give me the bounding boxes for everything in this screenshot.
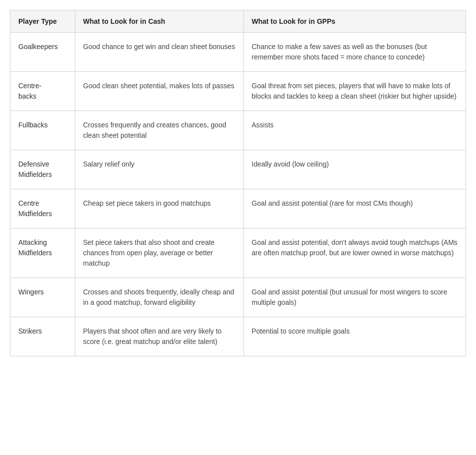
table-row: StrikersPlayers that shoot often and are… (10, 317, 466, 356)
cell-gpp: Goal and assist potential (rare for most… (243, 189, 466, 228)
player-type-table: Player Type What to Look for in Cash Wha… (10, 10, 466, 356)
cell-cash: Crosses and shoots frequently, ideally c… (75, 278, 243, 317)
cell-gpp: Goal and assist potential (but unusual f… (243, 278, 466, 317)
table-row: WingersCrosses and shoots frequently, id… (10, 278, 466, 317)
table-row: Centre-backsGood clean sheet potential, … (10, 72, 466, 111)
cell-cash: Crosses frequently and creates chances, … (75, 111, 243, 150)
cell-gpp: Potential to score multiple goals (243, 317, 466, 356)
cell-player-type: DefensiveMidfielders (10, 150, 75, 189)
col-header-player-type: Player Type (10, 10, 75, 33)
col-header-gpp: What to Look for in GPPs (243, 10, 466, 33)
table-row: GoalkeepersGood chance to get win and cl… (10, 33, 466, 72)
cell-gpp: Assists (243, 111, 466, 150)
cell-player-type: Centre-backs (10, 72, 75, 111)
cell-gpp: Goal and assist potential, don't always … (243, 228, 466, 278)
cell-cash: Good chance to get win and clean sheet b… (75, 33, 243, 72)
table-row: AttackingMidfieldersSet piece takers tha… (10, 228, 466, 278)
cell-player-type: AttackingMidfielders (10, 228, 75, 278)
main-table-container: Player Type What to Look for in Cash Wha… (10, 10, 466, 356)
cell-player-type: Goalkeepers (10, 33, 75, 72)
table-row: FullbacksCrosses frequently and creates … (10, 111, 466, 150)
table-header-row: Player Type What to Look for in Cash Wha… (10, 10, 466, 33)
cell-cash: Players that shoot often and are very li… (75, 317, 243, 356)
cell-cash: Good clean sheet potential, makes lots o… (75, 72, 243, 111)
table-row: DefensiveMidfieldersSalary relief onlyId… (10, 150, 466, 189)
cell-cash: Cheap set piece takers in good matchups (75, 189, 243, 228)
cell-player-type: Wingers (10, 278, 75, 317)
table-row: CentreMidfieldersCheap set piece takers … (10, 189, 466, 228)
cell-player-type: Strikers (10, 317, 75, 356)
cell-gpp: Chance to make a few saves as well as th… (243, 33, 466, 72)
cell-gpp: Goal threat from set pieces, players tha… (243, 72, 466, 111)
col-header-cash: What to Look for in Cash (75, 10, 243, 33)
cell-player-type: Fullbacks (10, 111, 75, 150)
cell-player-type: CentreMidfielders (10, 189, 75, 228)
cell-cash: Set piece takers that also shoot and cre… (75, 228, 243, 278)
cell-cash: Salary relief only (75, 150, 243, 189)
cell-gpp: Ideally avoid (low ceiling) (243, 150, 466, 189)
